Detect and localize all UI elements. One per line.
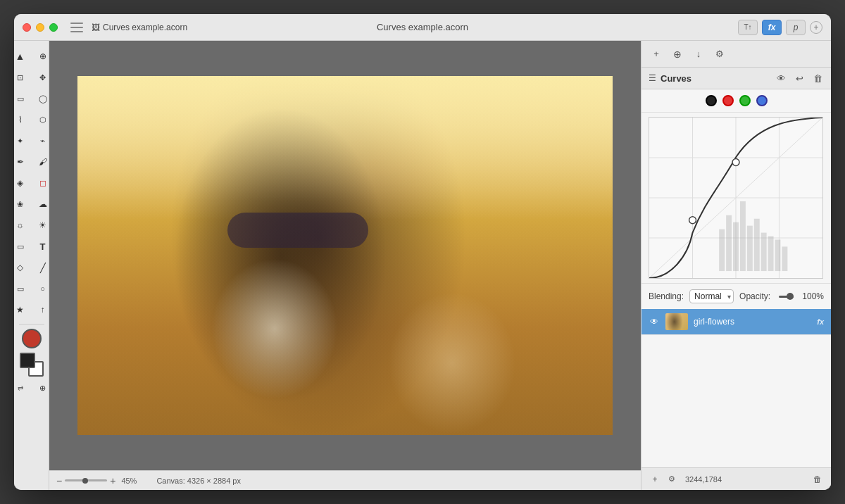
channel-black[interactable] bbox=[706, 95, 717, 106]
zoom-slider[interactable] bbox=[65, 479, 107, 481]
layer-settings-button[interactable]: ⚙ bbox=[665, 473, 678, 486]
blending-row: Blending: Normal Opacity: 100% bbox=[641, 283, 831, 309]
select-tool[interactable]: ▲ bbox=[14, 46, 31, 66]
delete-layer-button[interactable]: 🗑 bbox=[811, 473, 824, 486]
stamp-tool[interactable]: ❀ bbox=[14, 194, 31, 214]
tool-row-2: ⊡ ✥ bbox=[14, 68, 54, 87]
fx-icon: fx bbox=[768, 23, 776, 32]
fx-toggle-button[interactable]: fx bbox=[762, 20, 782, 35]
tool-divider bbox=[19, 324, 44, 325]
curves-controls: 👁 ↩ 🗑 bbox=[775, 72, 824, 84]
magic-wand-tool[interactable]: ✦ bbox=[14, 131, 31, 151]
star-tool[interactable]: ★ bbox=[14, 300, 31, 320]
svg-rect-10 bbox=[747, 226, 753, 271]
section-collapse-icon[interactable]: ☰ bbox=[649, 73, 656, 83]
maximize-button[interactable] bbox=[49, 23, 58, 32]
layer-fx-button[interactable]: fx bbox=[817, 317, 824, 326]
sidebar-toggle[interactable] bbox=[70, 23, 83, 32]
swap-colors-btn[interactable]: ⇄ bbox=[14, 378, 31, 398]
svg-rect-11 bbox=[754, 219, 760, 271]
opacity-label: Opacity: bbox=[739, 291, 770, 301]
tool-row-6: ✒ 🖌 bbox=[14, 152, 54, 172]
zoom-control: − + bbox=[56, 475, 115, 486]
canvas-bottom-bar: − + 45% Canvas: 4326 × 2884 px bbox=[49, 470, 641, 490]
filter-settings-button[interactable]: ⊕ bbox=[670, 46, 685, 62]
svg-rect-15 bbox=[782, 246, 787, 271]
main-content: ▲ ⊕ ⊡ ✥ ▭ ◯ ⌇ ⬡ ✦ ⌁ ✒ 🖌 bbox=[14, 41, 831, 490]
channel-red[interactable] bbox=[722, 95, 734, 106]
add-filter-button[interactable]: + bbox=[649, 46, 664, 62]
zoom-plus-button[interactable]: + bbox=[110, 475, 115, 486]
rect-shape-tool[interactable]: ▭ bbox=[14, 279, 31, 298]
close-button[interactable] bbox=[23, 23, 31, 32]
photo-canvas bbox=[77, 76, 613, 435]
gradient-tool[interactable]: ▭ bbox=[14, 237, 31, 256]
curves-visibility-button[interactable]: 👁 bbox=[775, 72, 787, 84]
tool-row-8: ❀ ☁ bbox=[14, 194, 54, 214]
opacity-value: 100% bbox=[802, 291, 824, 301]
tool-row-11: ◇ ╱ bbox=[14, 258, 54, 277]
tool-row-10: ▭ T bbox=[14, 237, 54, 256]
crop-tool[interactable]: ⊡ bbox=[14, 68, 31, 87]
dodge-tool[interactable]: ☼ bbox=[14, 215, 31, 235]
channel-dots bbox=[641, 89, 831, 113]
title-bar-right: T↑ fx p + bbox=[738, 20, 822, 35]
fg-bg-swatches bbox=[18, 353, 45, 377]
layer-visibility-button[interactable]: 👁 bbox=[649, 316, 660, 327]
blending-label: Blending: bbox=[649, 291, 684, 301]
zoom-minus-button[interactable]: − bbox=[56, 475, 62, 486]
tool-row-4: ⌇ ⬡ bbox=[14, 110, 54, 130]
title-bar-left: 🖼 Curves example.acorn bbox=[65, 23, 187, 32]
right-top-bar: + ⊕ ↓ ⚙ bbox=[641, 41, 831, 68]
blend-mode-select[interactable]: Normal bbox=[689, 289, 734, 303]
channel-blue[interactable] bbox=[756, 95, 768, 106]
paint-bucket-tool[interactable]: ◈ bbox=[14, 173, 31, 193]
opacity-thumb bbox=[787, 293, 794, 300]
add-layer-button[interactable]: + bbox=[649, 473, 661, 486]
curves-header: ☰ Curves 👁 ↩ 🗑 bbox=[641, 68, 831, 89]
layer-name: girl-flowers bbox=[694, 317, 811, 327]
svg-rect-12 bbox=[761, 233, 767, 272]
tools-toggle-button[interactable]: T↑ bbox=[738, 20, 758, 35]
curve-point-2 bbox=[732, 158, 739, 165]
pen-tool[interactable]: ✒ bbox=[14, 152, 31, 172]
fg-color-swatch[interactable] bbox=[20, 353, 35, 368]
rect-select-tool[interactable]: ▭ bbox=[14, 89, 31, 108]
minimize-button[interactable] bbox=[36, 23, 44, 32]
doc-icon: 🖼 Curves example.acorn bbox=[92, 23, 187, 32]
tool-row-3: ▭ ◯ bbox=[14, 89, 54, 108]
svg-rect-6 bbox=[719, 229, 725, 271]
curves-reset-button[interactable]: ↩ bbox=[793, 72, 806, 84]
right-bottom-bar: + ⚙ 3244,1784 🗑 bbox=[641, 467, 831, 490]
p-toggle-button[interactable]: p bbox=[786, 20, 806, 35]
tool-row-12: ▭ ○ bbox=[14, 279, 54, 298]
blend-mode-wrapper: Normal bbox=[689, 289, 734, 303]
canvas-container[interactable] bbox=[49, 41, 641, 470]
lasso-tool[interactable]: ⌇ bbox=[14, 110, 31, 130]
svg-rect-14 bbox=[775, 239, 781, 271]
zoom-value: 45% bbox=[121, 477, 137, 485]
svg-rect-7 bbox=[726, 215, 732, 271]
layer-item[interactable]: 👁 girl-flowers fx bbox=[641, 309, 831, 335]
doc-tab-title[interactable]: Curves example.acorn bbox=[103, 23, 187, 32]
tool-row-9: ☼ ☀ bbox=[14, 215, 54, 235]
curve-point-1 bbox=[689, 217, 696, 224]
layer-thumbnail bbox=[665, 313, 688, 330]
curves-graph[interactable] bbox=[649, 117, 823, 279]
opacity-slider[interactable] bbox=[779, 296, 794, 298]
window-title: Curves example.acorn bbox=[377, 22, 468, 32]
svg-rect-8 bbox=[733, 222, 739, 271]
sunglasses-area bbox=[227, 213, 368, 248]
add-panel-button[interactable]: + bbox=[810, 21, 822, 34]
channel-green[interactable] bbox=[739, 95, 751, 106]
color-picker-swatch[interactable] bbox=[22, 329, 42, 348]
zoom-thumb bbox=[82, 478, 88, 484]
tools-icon: T↑ bbox=[744, 23, 751, 31]
download-button[interactable]: ↓ bbox=[691, 46, 706, 62]
bezier-tool[interactable]: ◇ bbox=[14, 258, 31, 277]
curves-delete-button[interactable]: 🗑 bbox=[811, 72, 824, 84]
app-window: 🖼 Curves example.acorn Curves example.ac… bbox=[14, 14, 831, 490]
coordinates-display: 3244,1784 bbox=[685, 475, 722, 484]
gear-button[interactable]: ⚙ bbox=[712, 46, 727, 62]
left-toolbar: ▲ ⊕ ⊡ ✥ ▭ ◯ ⌇ ⬡ ✦ ⌁ ✒ 🖌 bbox=[14, 41, 49, 490]
